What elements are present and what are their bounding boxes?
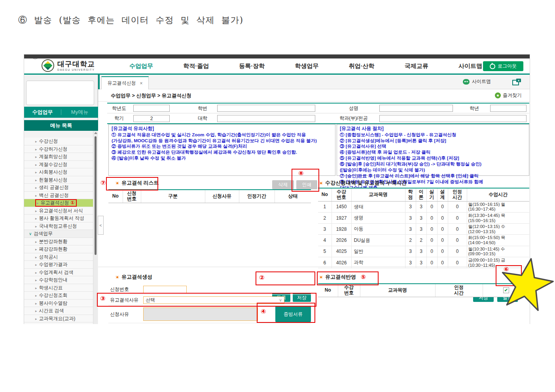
sidebar-item-수업평가결과[interactable]: ▸수업평가결과	[24, 261, 94, 269]
table-row[interactable]: 11450생태33000월(15:00~16:15) 월(16:30~17:45…	[318, 201, 529, 212]
student-form-row: 학기 2 대학 학과(부)/전공	[107, 113, 529, 123]
sidebar-item-label: 사회봉사신청	[39, 169, 68, 175]
nav-item-student-affairs[interactable]: 학생업무	[295, 62, 318, 70]
term-field[interactable]: 2	[133, 115, 170, 122]
annotation-box-list-title	[106, 177, 158, 190]
sidebar-item-수강신청조회[interactable]: ▸수강신청조회	[24, 292, 94, 300]
sidebar-item-계절수강신청[interactable]: ▸계절수강신청	[24, 161, 94, 169]
col-course-no: 수강 번호	[338, 284, 360, 297]
sidebar-item-수강학점안내[interactable]: ▸수강학점안내	[24, 276, 94, 284]
sidebar-item-시간표 검색[interactable]: ▸시간표 검색	[24, 307, 94, 315]
sidebar-item-검색업무[interactable]: ∨검색업무	[24, 230, 94, 238]
table-cell: 3	[405, 201, 416, 212]
enrollment-table: No 수강 번호 교과목명 학 점 이 론 실 기 설 계 인정 시간 수업시간…	[318, 188, 529, 268]
sidebar-item-성적공시[interactable]: ▸성적공시	[24, 253, 94, 261]
sidebar-item-label: 봉사 활동계획서 작성	[39, 215, 85, 221]
tab-close-icon[interactable]: ×	[140, 81, 142, 86]
table-row[interactable]: 42026DU실용22000화(15:00~15:50) 목(14:00~14:…	[318, 235, 529, 246]
sidebar-item-유고결석신청서 서식[interactable]: ▸유고결석신청서 서식	[24, 207, 94, 215]
page-canvas: ⑥ 발송 (발송 후에는 데이터 수정 및 삭제 불가) 대구대학교 DAEGU…	[0, 0, 555, 392]
sidebar-item-label: 생리 공결신청	[39, 185, 69, 190]
nav-item-international[interactable]: 국제교류	[405, 62, 428, 70]
table-cell: 0	[448, 212, 467, 223]
table-cell: 2026	[331, 235, 351, 246]
student-form-row: 학년도 학번 성명 학년	[107, 104, 529, 113]
year-field[interactable]	[133, 105, 170, 112]
table-row[interactable]: 21927생명33000화(13:30~14:45) 목(15:00~16:15…	[318, 212, 529, 223]
sidebar-item-label: 국내학점교류신청	[39, 223, 77, 229]
arrow-right-icon: ▸	[35, 186, 37, 190]
sidebar-item-label: 헌혈봉사신청	[39, 177, 68, 183]
nav-item-registration-scholarship[interactable]: 등록·장학	[239, 62, 265, 70]
nav-item-sitemap[interactable]: 사이트맵	[458, 62, 482, 70]
sidebar-item-사회봉사신청[interactable]: ▸사회봉사신청	[24, 168, 94, 176]
arrow-right-icon: ▸	[35, 170, 37, 174]
reason-field[interactable]	[143, 307, 258, 321]
nav-item-records-graduation[interactable]: 학적·졸업	[183, 62, 209, 70]
logout-label: 로그아웃	[498, 63, 517, 70]
window-icon[interactable]: x	[512, 79, 521, 84]
scroll-up-icon[interactable]	[94, 132, 97, 134]
sitemap-chip[interactable]: 사이트맵	[463, 78, 491, 85]
sidebar-profile-box	[26, 81, 94, 105]
sidebar-collapse-handle[interactable]: <	[98, 216, 104, 235]
dept-field[interactable]	[379, 115, 527, 122]
sidebar-item-label: 수강허가신청	[39, 146, 68, 152]
sidebar-tab-my-menu[interactable]: My메뉴	[61, 109, 98, 116]
logo-text: 대구대학교 DAEGU UNIVERSITY	[57, 60, 95, 71]
university-logo[interactable]: 대구대학교 DAEGU UNIVERSITY	[42, 59, 95, 72]
favorites-chip[interactable]: ★ 즐겨찾기	[495, 92, 522, 99]
nav-item-course-work[interactable]: 수업업무	[129, 62, 153, 70]
nav-item-career-industry[interactable]: 취업·산학	[349, 62, 375, 70]
table-cell: 0	[426, 246, 437, 257]
page-tab[interactable]: 유고결석신청 ×	[101, 76, 149, 89]
sidebar-item-유고결석신청[interactable]: ▸유고결석신청①	[24, 199, 94, 207]
sidebar-item-헌혈봉사신청[interactable]: ▸헌혈봉사신청	[24, 176, 94, 184]
college-field[interactable]	[217, 115, 315, 122]
table-cell: 2	[318, 212, 331, 223]
sidebar-tab-course-work[interactable]: 수업업무	[24, 109, 61, 116]
table-cell: 3	[416, 246, 426, 257]
notice-procedure-title: [유고결석 사용 절차]	[340, 126, 526, 132]
sidebar-item-폐강강좌현황[interactable]: ▸폐강강좌현황	[24, 245, 94, 253]
delete-button[interactable]: 삭제	[272, 180, 294, 189]
table-cell: DU실용	[351, 235, 405, 246]
sidebar-item-국내학점교류신청[interactable]: ▸국내학점교류신청	[24, 222, 94, 230]
sidebar-item-label: 수강신청조회	[39, 292, 68, 298]
sidebar-item-봉사 활동계획서 작성[interactable]: ▸봉사 활동계획서 작성	[24, 215, 94, 222]
scrollbar-thumb[interactable]	[95, 136, 97, 255]
logout-button[interactable]: 로그아웃	[483, 61, 523, 71]
table-row[interactable]: 54025일반33000월(10:30~11:45) 수(09:00~10:15…	[318, 246, 529, 257]
grade-field[interactable]	[490, 105, 527, 112]
table-cell: 3	[416, 201, 426, 212]
sidebar-item-수강허가신청[interactable]: ▸수강허가신청	[24, 145, 94, 153]
apply-no-field[interactable]	[143, 286, 187, 293]
sidebar-item-학생시간표[interactable]: ▸학생시간표	[24, 284, 94, 292]
col-recognized-hours: 인정 시간	[448, 188, 467, 201]
sidebar-item-백신 공결신청[interactable]: ▸백신 공결신청	[24, 192, 94, 200]
chevron-down-icon: ∨	[29, 232, 32, 236]
sidebar-item-봉사이수열람[interactable]: ▸봉사이수열람	[24, 300, 94, 307]
table-cell: 1927	[331, 212, 351, 223]
sidebar-item-계절희망신청[interactable]: ▸계절희망신청	[24, 153, 94, 161]
name-field[interactable]	[379, 105, 453, 112]
breadcrumb-row: 수업업무 > 신청업무 > 유고결석신청 ★ 즐겨찾기	[98, 89, 530, 102]
sidebar-item-학업저조학생[interactable]: ▸학업저조학생	[24, 322, 94, 324]
table-cell: 생태	[351, 201, 405, 212]
arrow-right-icon: ▸	[35, 247, 37, 251]
col-no: No	[108, 190, 123, 203]
student-id-field[interactable]	[217, 105, 315, 112]
table-row[interactable]: 31928아동33000월(12:00~13:15) 수(12:00~13:15…	[318, 224, 529, 235]
sidebar-item-label: 계절희망신청	[39, 154, 68, 159]
sidebar-item-생리 공결신청[interactable]: ▸생리 공결신청	[24, 184, 94, 192]
col-no: No	[318, 284, 338, 297]
sidebar-item-교과목개요(교과)[interactable]: ▸교과목개요(교과)	[24, 315, 94, 323]
sidebar-item-수강신청[interactable]: ▸수강신청	[24, 138, 94, 145]
sidebar-item-분반강좌현황[interactable]: ▸분반강좌현황	[24, 238, 94, 246]
table-cell: 0	[426, 224, 437, 235]
period-row: 인정기간 ~	[108, 323, 311, 324]
table-cell: 3	[416, 224, 426, 235]
table-cell: 0	[426, 235, 437, 246]
sidebar-item-수업계획서 검색[interactable]: ▸수업계획서 검색	[24, 269, 94, 277]
annotation-box-reflection-title	[317, 271, 379, 285]
